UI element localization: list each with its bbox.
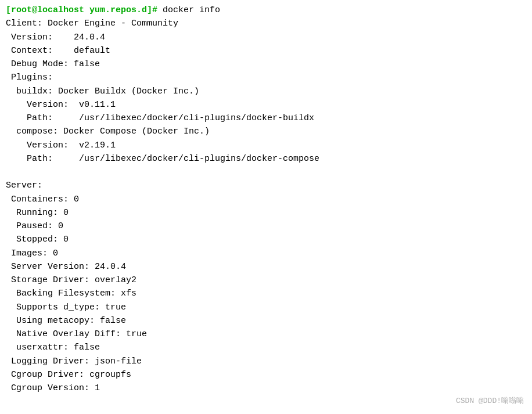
terminal-window: [root@localhost yum.repos.d]# docker inf… — [0, 0, 532, 414]
terminal-line-23: Using metacopy: false — [6, 316, 126, 326]
terminal-line-7: Version: v0.11.1 — [6, 100, 116, 110]
terminal-line-4: Debug Mode: false — [6, 59, 100, 69]
terminal-line-17: Stopped: 0 — [6, 235, 69, 244]
terminal-line-24: Native Overlay Diff: true — [6, 329, 147, 339]
terminal-output: [root@localhost yum.repos.d]# docker inf… — [6, 3, 526, 395]
terminal-line-21: Backing Filesystem: xfs — [6, 289, 136, 298]
terminal-line-18: Images: 0 — [6, 249, 58, 258]
terminal-line-19: Server Version: 24.0.4 — [6, 262, 126, 272]
terminal-line-5: Plugins: — [6, 73, 53, 82]
terminal-line-1: Client: Docker Engine - Community — [6, 19, 178, 28]
prompt-prefix: [root@localhost yum.repos.d]# — [6, 5, 157, 15]
terminal-line-6: buildx: Docker Buildx (Docker Inc.) — [6, 87, 199, 96]
terminal-line-15: Running: 0 — [6, 208, 69, 218]
terminal-line-27: Cgroup Driver: cgroupfs — [6, 370, 131, 380]
terminal-line-13: Server: — [6, 181, 42, 190]
terminal-line-3: Context: default — [6, 46, 110, 56]
terminal-line-9: compose: Docker Compose (Docker Inc.) — [6, 127, 210, 136]
terminal-line-14: Containers: 0 — [6, 195, 79, 204]
terminal-line-11: Path: /usr/libexec/docker/cli-plugins/do… — [6, 154, 319, 164]
terminal-line-28: Cgroup Version: 1 — [6, 383, 100, 393]
terminal-line-22: Supports d_type: true — [6, 303, 126, 312]
terminal-line-10: Version: v2.19.1 — [6, 141, 116, 150]
terminal-line-26: Logging Driver: json-file — [6, 357, 142, 366]
terminal-line-8: Path: /usr/libexec/docker/cli-plugins/do… — [6, 113, 314, 123]
prompt-command: docker info — [157, 5, 220, 15]
terminal-line-2: Version: 24.0.4 — [6, 33, 105, 42]
terminal-line-16: Paused: 0 — [6, 221, 63, 231]
watermark: CSDN @DDD!嗡嗡嗡 — [456, 395, 524, 407]
terminal-line-20: Storage Driver: overlay2 — [6, 275, 136, 285]
terminal-line-25: userxattr: false — [6, 343, 100, 352]
